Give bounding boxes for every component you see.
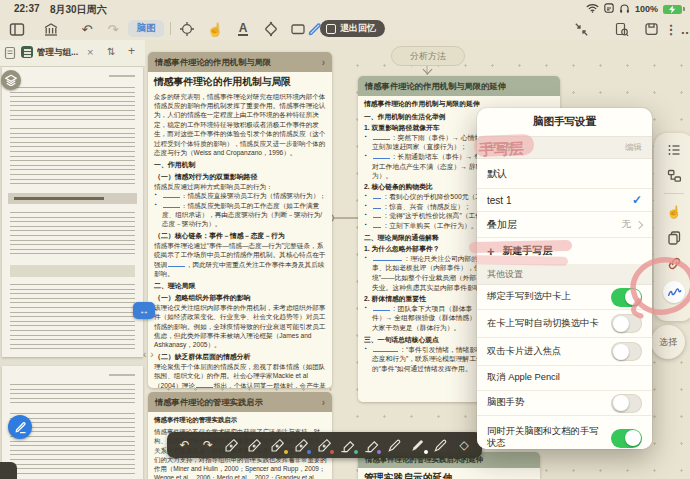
setting-mindmap-gestures[interactable]: 脑图手势 (477, 390, 652, 415)
card-line: ：情感反应先影响员工的工作态度（如工作满意度、组织承诺），再由态度驱动行为（判断… (154, 201, 326, 229)
mindmap-mode-button[interactable]: 脑图 (128, 20, 164, 37)
sidebar-toggle-icon[interactable] (8, 20, 26, 38)
card-line: 众多的研究表明，情感事件理论对研究在组织环境内部个体情感反应的影响作用机制发挥了… (154, 92, 326, 158)
toggle-switch[interactable] (611, 342, 642, 361)
layer-row-test1[interactable]: test 1 ✓ (477, 188, 652, 211)
pdf-page-1[interactable] (2, 67, 143, 357)
card-body: 管理实践启示的延伸 (358, 468, 540, 479)
handwriting-layers-button[interactable] (1, 70, 21, 90)
hand-tool-icon[interactable]: ☝ (206, 20, 224, 38)
hand-gesture-icon[interactable]: ☝ (666, 203, 683, 220)
document-search-icon[interactable] (612, 20, 630, 38)
transform-icon[interactable] (262, 20, 280, 38)
rail-divider (664, 193, 684, 194)
scribble-icon (667, 286, 682, 298)
sort-tabs-icon[interactable]: ⇅ (107, 46, 115, 57)
section-heading-band (8, 193, 137, 204)
fountain-pen-icon[interactable] (269, 437, 286, 454)
chevron-right-icon[interactable]: › (322, 397, 325, 408)
setting-bind-handwriting[interactable]: 绑定手写到选中卡上 (477, 285, 652, 309)
card-body: 情感事件理论的作用机制与局限众多的研究表明，情感事件理论对研究在组织环境内部个体… (148, 72, 332, 388)
collapse-panes-icon[interactable] (572, 20, 590, 38)
highlighter-icon[interactable] (363, 437, 380, 454)
document-text-lines (10, 284, 135, 350)
library-icon[interactable] (42, 20, 60, 38)
document-text-lines (10, 212, 135, 258)
card-line: （一）情感对行为的双重影响路径 (154, 172, 326, 182)
focus-target-icon[interactable] (178, 20, 196, 38)
fountain-pen-icon[interactable] (223, 437, 240, 454)
clock: 22:37 (14, 3, 40, 14)
pane-collapse-arrows[interactable]: ‹› (143, 349, 158, 360)
setting-auto-switch-card[interactable]: 在卡上写时自动切换选中卡 (477, 309, 652, 337)
overlay-layer-row[interactable]: 叠加层 无 (477, 211, 652, 237)
exit-review-button[interactable]: 退出回忆 (320, 20, 385, 37)
top-toolbar: ↶ ↷ 脑图 ☝ A 退出回忆 ⋮ … (0, 18, 690, 40)
close-tab-icon[interactable]: × (87, 46, 93, 58)
card-line: （二）核心链条：事件－情感－态度－行为 (154, 231, 326, 241)
duplicate-cards-icon[interactable] (666, 229, 683, 246)
fountain-pen-icon[interactable] (246, 437, 263, 454)
setting-sync-handwriting-state[interactable]: 同时开关脑图和文档的手写状态 (477, 415, 652, 449)
battery-percentage: 100% (635, 4, 658, 14)
layout-icon[interactable] (666, 167, 683, 184)
card-line: ：情感反应直接驱动员工行为（情感驱动行为）； (154, 191, 326, 200)
layer-row-default[interactable]: 默认 (477, 159, 652, 188)
pen-filled-icon[interactable] (409, 437, 426, 454)
layers-section-header: 手写层 编辑 (477, 137, 652, 159)
redo-icon[interactable]: ↷ (199, 437, 216, 454)
review-card-icon (326, 24, 336, 34)
undo-icon[interactable]: ↶ (78, 20, 96, 38)
page-header-line (109, 75, 135, 77)
card-line: （二）缺乏群体层面的情感分析 (154, 352, 326, 362)
save-card-icon[interactable] (642, 20, 660, 38)
card-header-title: 情感事件理论的作用机制与局限的延伸 (365, 81, 506, 92)
edit-layers-button[interactable]: 编辑 (625, 142, 642, 154)
status-icons: 100% (586, 2, 682, 16)
mindmap-card-mechanism[interactable]: 情感事件理论的作用机制与局限 › 情感事件理论的作用机制与局限众多的研究表明，情… (148, 52, 332, 388)
redo-icon[interactable]: ↷ (104, 20, 122, 38)
card-line: 情感事件理论通过“事件—情感—态度—行为”完整链条，系统揭示了工作场所中员工的情… (154, 241, 326, 278)
setting-doubletap-focus[interactable]: 双击卡片进入焦点 (477, 337, 652, 365)
fountain-pen-icon[interactable] (293, 437, 310, 454)
status-bar: 22:37 8月30日周六 100% (0, 0, 690, 18)
overlay-layer-value: 无 (622, 218, 632, 231)
select-mode-button[interactable]: 选择 (651, 325, 685, 359)
document-tab-title[interactable]: 管理与组... (37, 47, 85, 59)
card-header[interactable]: 情感事件理论的作用机制与局限的延伸 (358, 76, 560, 96)
toggle-switch[interactable] (611, 394, 642, 413)
document-page-icon[interactable] (4, 46, 16, 64)
highlighter-icon[interactable] (339, 437, 356, 454)
pencil-icon[interactable] (386, 437, 403, 454)
chevron-right-icon[interactable]: › (322, 57, 325, 68)
card-header[interactable]: 情感事件理论的管理实践启示 › (148, 392, 332, 412)
card-line: 情感反应通过两种方式影响员工的行为： (154, 182, 326, 191)
toggle-switch[interactable] (611, 288, 642, 307)
ipad-screen: 22:37 8月30日周六 100% ↶ ↷ 脑图 ☝ A 退出回忆 ⋮ … (0, 0, 690, 479)
right-tool-rail: ☝ (654, 133, 690, 321)
plus-icon: + (487, 245, 495, 258)
card-header[interactable]: 情感事件理论的作用机制与局限 › (148, 52, 332, 72)
handwriting-scribble-button[interactable] (663, 281, 685, 303)
new-layer-button[interactable]: + 新建手写层 (477, 237, 652, 264)
setting-cancel-apple-pencil[interactable]: 取消 Apple Pencil (477, 365, 652, 390)
toggle-switch[interactable] (611, 314, 642, 333)
more-horizontal-icon[interactable]: … (678, 20, 690, 38)
link-icon[interactable] (666, 255, 683, 272)
card-line: 管理实践启示的延伸 (364, 472, 534, 479)
pane-resize-handle[interactable]: ↔ (133, 302, 155, 319)
card-line: （一）忽略组织外部事件的影响 (154, 293, 326, 303)
text-format-icon[interactable]: A (234, 20, 252, 38)
document-handwriting-button[interactable] (8, 415, 32, 439)
eraser-icon[interactable]: ◇ (456, 437, 473, 454)
pencil-icon[interactable] (432, 437, 449, 454)
add-tab-icon[interactable]: + (128, 44, 135, 58)
outline-list-icon[interactable] (666, 141, 683, 158)
fountain-pen-icon[interactable] (316, 437, 333, 454)
undo-icon[interactable]: ↶ (176, 437, 193, 454)
document-text-lines (10, 128, 135, 184)
page-header-line (109, 374, 135, 376)
document-panel: 管理与组... × ⇅ + (0, 40, 146, 479)
collapsed-node-analysis-method[interactable]: 分析方法 (391, 46, 465, 66)
toggle-switch[interactable] (611, 429, 642, 448)
